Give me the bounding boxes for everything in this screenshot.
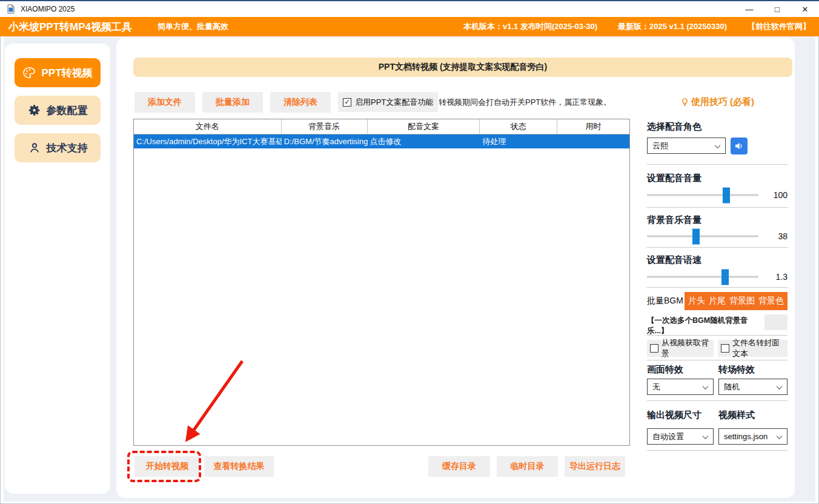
close-button[interactable]: ✕ <box>791 1 819 17</box>
tab-intro[interactable]: 片头 <box>688 296 705 307</box>
column-header-time: 用时 <box>557 119 629 134</box>
cell-time <box>557 134 629 148</box>
column-header-status: 状态 <box>480 119 557 134</box>
bgm-picker-button[interactable] <box>764 314 788 330</box>
sidebar: PPT转视频 参数配置 技术支持 <box>5 44 110 494</box>
column-header-bgm: 背景音乐 <box>282 119 368 134</box>
sidebar-item-label: 参数配置 <box>47 104 88 118</box>
voice-role-value: 云熙 <box>652 141 668 151</box>
checkbox-checked-icon[interactable]: ✓ <box>343 98 351 107</box>
start-convert-button[interactable]: 开始转视频 <box>134 456 200 477</box>
divider <box>647 287 788 288</box>
app-tagline: 简单方便、批量高效 <box>158 21 228 32</box>
gear-icon <box>28 104 41 117</box>
app-title: 小米坡PPT转MP4视频工具 <box>8 20 132 34</box>
divider <box>647 207 788 208</box>
voice-speed-value: 1.3 <box>776 272 788 282</box>
chevron-down-icon <box>703 433 709 439</box>
cache-dir-button[interactable]: 缓存目录 <box>428 456 490 477</box>
bgm-volume-label: 背景音乐音量 <box>647 214 701 226</box>
slider-handle[interactable] <box>721 269 729 285</box>
enable-voice-checkbox-group[interactable]: ✓ 启用PPT文案配音功能 <box>338 92 438 112</box>
bgm-hint-text: 【一次选多个BGM随机背景音乐...】 <box>647 316 762 336</box>
chevron-down-icon <box>777 383 783 390</box>
usage-tips-link[interactable]: 使用技巧 (必看) <box>647 96 788 108</box>
divider <box>647 400 788 401</box>
add-file-button[interactable]: 添加文件 <box>134 92 195 113</box>
video-style-label: 视频样式 <box>718 409 755 421</box>
voice-volume-slider[interactable]: 100 <box>647 186 788 204</box>
batch-add-button[interactable]: 批量添加 <box>202 92 263 113</box>
local-version-text: 本机版本：v1.1 发布时间(2025-03-30) <box>463 21 597 32</box>
view-results-button[interactable]: 查看转换结果 <box>204 456 274 477</box>
settings-panel: 使用技巧 (必看) 选择配音角色 云熙 设置配音音量 100 <box>647 95 788 459</box>
batch-bgm-button[interactable]: 批量BGM <box>647 292 685 310</box>
transition-effect-select[interactable]: 随机 <box>718 379 788 395</box>
slider-track[interactable] <box>647 194 758 196</box>
video-background-label: 从视频获取背景 <box>662 337 711 359</box>
tab-outro[interactable]: 片尾 <box>709 296 726 307</box>
sidebar-item-ppt-to-video[interactable]: PPT转视频 <box>15 58 101 87</box>
divider <box>647 450 788 451</box>
voice-speed-label: 设置配音语速 <box>647 254 701 266</box>
toolbar-note: 转视频期间会打自动开关PPT软件，属正常现象。 <box>439 92 611 112</box>
voice-volume-value: 100 <box>774 190 788 200</box>
slider-handle[interactable] <box>692 228 700 244</box>
checkbox-unchecked-icon[interactable] <box>721 344 729 353</box>
content-area: PPT转视频 参数配置 技术支持 PPT文档转视频 (支持提取文案实现配音旁白)… <box>4 36 815 502</box>
title-bar: XIAOMIPO 2025 — □ ✕ <box>0 0 819 17</box>
export-log-button[interactable]: 导出运行日志 <box>565 456 625 477</box>
chevron-down-icon <box>715 142 721 148</box>
slider-track[interactable] <box>647 236 758 237</box>
table-header-row: 文件名 背景音乐 配音文案 状态 用时 <box>134 119 629 134</box>
tab-background-color[interactable]: 背景色 <box>758 296 784 307</box>
sidebar-item-parameters[interactable]: 参数配置 <box>15 96 101 125</box>
divider <box>647 335 788 336</box>
output-size-select[interactable]: 自动设置 <box>647 428 714 445</box>
cell-bgm: D:/BGM/节奏advertising <box>282 134 368 148</box>
sidebar-item-label: 技术支持 <box>47 141 88 155</box>
app-icon <box>6 4 16 14</box>
maximize-button[interactable]: □ <box>763 1 791 17</box>
preview-voice-button[interactable] <box>731 138 748 154</box>
window-title: XIAOMIPO 2025 <box>21 5 75 13</box>
voice-role-label: 选择配音角色 <box>647 121 701 133</box>
column-header-filename: 文件名 <box>134 119 282 134</box>
checkbox-unchecked-icon[interactable] <box>650 344 658 353</box>
temp-dir-button[interactable]: 临时目录 <box>497 456 558 477</box>
slider-handle[interactable] <box>723 187 730 203</box>
enable-voice-checkbox-label: 启用PPT文案配音功能 <box>355 97 433 108</box>
divider <box>647 247 788 248</box>
table-row[interactable]: C:/Users/admin/Desktop/华为ICT大赛基础 D:/BGM/… <box>134 134 629 148</box>
slider-track[interactable] <box>647 276 758 278</box>
transition-effect-value: 随机 <box>724 382 740 393</box>
minimize-button[interactable]: — <box>735 1 763 17</box>
divider <box>647 164 788 165</box>
cell-script-edit[interactable]: 点击修改 <box>368 134 480 148</box>
clear-list-button[interactable]: 清除列表 <box>270 92 331 113</box>
chevron-down-icon <box>777 433 783 439</box>
video-style-select[interactable]: settings.json <box>718 428 788 445</box>
tab-background-image[interactable]: 背景图 <box>729 296 755 307</box>
voice-volume-label: 设置配音音量 <box>647 173 701 184</box>
filename-cover-checkbox[interactable]: 文件名转封面文本 <box>718 340 788 357</box>
bgm-volume-slider[interactable]: 38 <box>647 227 788 245</box>
website-link[interactable]: 【前往软件官网】 <box>748 21 811 32</box>
voice-speed-slider[interactable]: 1.3 <box>647 268 788 286</box>
bgm-tab-bar: 片头 片尾 背景图 背景色 <box>685 292 788 310</box>
sidebar-item-label: PPT转视频 <box>41 66 92 80</box>
cell-filename: C:/Users/admin/Desktop/华为ICT大赛基础 <box>134 134 282 148</box>
bgm-volume-value: 38 <box>778 231 788 241</box>
speaker-icon <box>734 141 744 151</box>
transition-effect-label: 转场特效 <box>718 364 755 376</box>
screen-effect-select[interactable]: 无 <box>647 379 714 395</box>
sidebar-item-support[interactable]: 技术支持 <box>15 133 101 162</box>
filename-cover-label: 文件名转封面文本 <box>732 337 784 359</box>
column-header-script: 配音文案 <box>368 119 480 134</box>
latest-version-text: 最新版：2025 v1.1 (20250330) <box>618 21 727 32</box>
voice-role-select[interactable]: 云熙 <box>647 138 726 154</box>
chevron-down-icon <box>703 383 709 390</box>
main-panel: PPT文档转视频 (支持提取文案实现配音旁白) 添加文件 批量添加 清除列表 ✓… <box>116 38 795 498</box>
lightbulb-icon <box>680 98 689 107</box>
video-background-checkbox[interactable]: 从视频获取背景 <box>647 340 714 357</box>
